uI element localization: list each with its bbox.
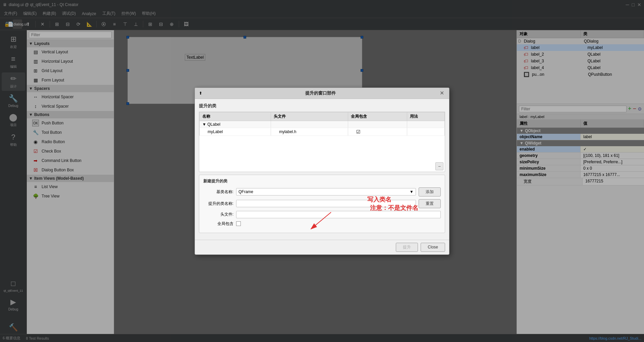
header-file-label: 头文件: [203, 212, 233, 217]
table-scroll-btn[interactable]: − [435, 162, 443, 170]
row-qlabel-usage [407, 121, 445, 128]
add-class-btn[interactable]: 添加 [419, 187, 441, 196]
modal-footer: 提升 Close [195, 240, 449, 254]
base-class-select[interactable]: QFrame ▼ [236, 188, 416, 195]
header-file-input[interactable] [236, 211, 441, 218]
new-class-section: 新建提升的类 基类名称: QFrame ▼ 添加 提升的类名称: 重置 头文件: [199, 175, 445, 233]
global-check-icon: ☑ [356, 129, 361, 134]
header-file-row: 头文件: [203, 211, 441, 218]
row-mylabel-name: myLabel [200, 128, 271, 135]
mini-minus-btn[interactable]: − [435, 162, 443, 170]
modal-icon: ⬆ [199, 91, 202, 96]
modal-body: 提升的类 名称 头文件 全局包含 用法 [195, 99, 449, 240]
reset-btn[interactable]: 重置 [419, 199, 441, 208]
table-row-qlabel[interactable]: ▼ QLabel [200, 121, 445, 128]
promoted-classes-table: 名称 头文件 全局包含 用法 ▼ QLabel [199, 112, 445, 136]
promoted-name-row: 提升的类名称: 重置 [203, 199, 441, 208]
row-mylabel-global[interactable]: ☑ [348, 128, 407, 135]
promoted-widget-dialog: ⬆ 提升的窗口部件 ✕ 提升的类 名称 头文件 全局包含 用法 [195, 88, 449, 255]
row-qlabel-header [271, 121, 348, 128]
row-qlabel-name: ▼ QLabel [200, 121, 271, 128]
promoted-label: 提升的类名称: [203, 201, 233, 207]
modal-section-title: 提升的类 [199, 103, 445, 109]
table-row-mylabel[interactable]: myLabel mylabel.h ☑ [200, 128, 445, 135]
row-qlabel-global [348, 121, 407, 128]
modal-table-area[interactable]: 名称 头文件 全局包含 用法 ▼ QLabel [199, 112, 445, 172]
base-class-dropdown-icon: ▼ [410, 189, 414, 194]
promote-btn[interactable]: 提升 [396, 243, 418, 252]
modal-overlay: ⬆ 提升的窗口部件 ✕ 提升的类 名称 头文件 全局包含 用法 [0, 0, 644, 342]
promoted-name-input[interactable] [236, 200, 416, 207]
global-include-checkbox[interactable] [236, 221, 241, 226]
modal-close-btn[interactable]: ✕ [438, 90, 445, 97]
col-usage: 用法 [407, 112, 445, 121]
col-header: 头文件 [271, 112, 348, 121]
row-mylabel-header: mylabel.h [271, 128, 348, 135]
col-global: 全局包含 [348, 112, 407, 121]
row-mylabel-usage [407, 128, 445, 135]
row-expand-icon: ▼ [202, 122, 206, 127]
base-class-label: 基类名称: [203, 189, 233, 195]
new-class-title: 新建提升的类 [203, 178, 441, 184]
global-include-row: 全局包含 [203, 221, 441, 227]
base-class-value: QFrame [238, 189, 253, 194]
col-name: 名称 [200, 112, 271, 121]
modal-title: 提升的窗口部件 [305, 90, 336, 96]
close-btn[interactable]: Close [421, 243, 445, 252]
global-include-label: 全局包含 [203, 221, 233, 227]
modal-title-bar: ⬆ 提升的窗口部件 ✕ [195, 88, 449, 99]
base-class-row: 基类名称: QFrame ▼ 添加 [203, 187, 441, 196]
